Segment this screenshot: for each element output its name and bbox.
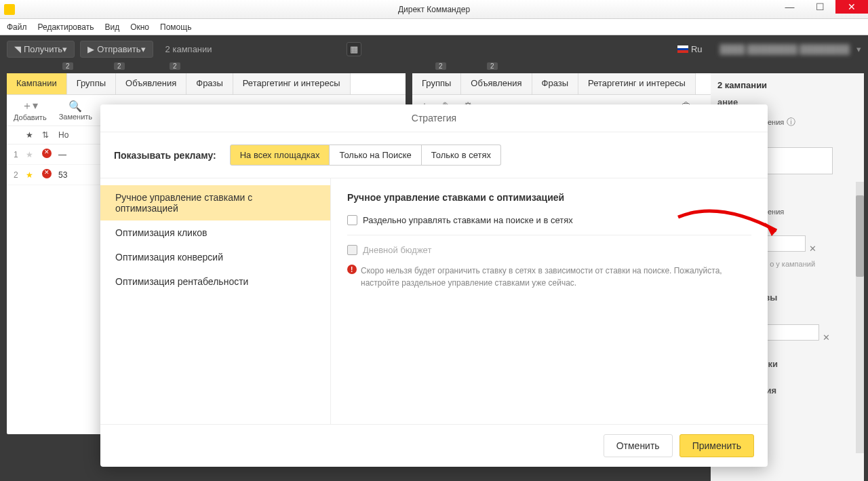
tab-groups[interactable]: Группы: [412, 73, 461, 94]
checkbox-icon: [347, 245, 357, 255]
strategy-roi[interactable]: Оптимизация рентабельности: [100, 269, 330, 294]
window-controls: — ☐ ✕: [774, 0, 868, 18]
plus-icon: ＋▾: [22, 99, 38, 113]
divider: [347, 235, 751, 235]
main-toolbar: ◥ Получить ▾ ▶ Отправить ▾ 2 кампании ▦ …: [0, 35, 868, 62]
status-icon: [42, 169, 58, 180]
placement-networks[interactable]: Только в сетях: [422, 145, 501, 166]
strategy-conversions[interactable]: Оптимизация конверсий: [100, 245, 330, 269]
titlebar: Директ Коммандер — ☐ ✕: [0, 0, 868, 19]
window-title: Директ Коммандер: [398, 5, 470, 14]
placement-segmented: На всех площадках Только на Поиске Тольк…: [230, 145, 501, 166]
modal-body: Ручное управление ставками с оптимизацие…: [100, 178, 768, 424]
tab-phrases[interactable]: Фразы: [532, 73, 579, 94]
warning-icon: [347, 265, 357, 274]
flag-icon: [677, 45, 688, 53]
menu-bar: Файл Редактировать Вид Окно Помощь: [0, 19, 868, 35]
tab-retarget[interactable]: Ретаргетинг и интересы: [233, 73, 351, 94]
tab-campaigns[interactable]: Кампании: [7, 73, 67, 94]
modal-footer: Отменить Применить: [100, 424, 768, 467]
show-ads-label: Показывать рекламу:: [114, 150, 216, 161]
tab-retarget[interactable]: Ретаргетинг и интересы: [578, 73, 696, 94]
get-button[interactable]: ◥ Получить ▾: [7, 41, 75, 58]
badge-row: 2 2 2: [7, 62, 406, 73]
strategy-list: Ручное управление ставками с оптимизацие…: [100, 178, 331, 424]
placement-all[interactable]: На всех площадках: [230, 145, 330, 166]
search-icon: 🔍: [68, 100, 82, 113]
checkbox-icon[interactable]: [347, 215, 357, 225]
star-icon[interactable]: ★: [26, 150, 42, 159]
replace-button[interactable]: 🔍Заменить: [59, 100, 92, 121]
clear-icon[interactable]: ✕: [806, 244, 819, 254]
tab-phrases[interactable]: Фразы: [186, 73, 233, 94]
strategy-content: Ручное управление ставками с оптимизацие…: [331, 178, 768, 424]
mid-tabs: Группы Объявления Фразы Ретаргетинг и ин…: [412, 73, 711, 95]
warning-message: Скоро нельзя будет ограничить ставку в с…: [347, 265, 751, 289]
tab-ads[interactable]: Объявления: [116, 73, 186, 94]
status-icon: [42, 149, 58, 160]
cancel-button[interactable]: Отменить: [604, 434, 673, 457]
add-button[interactable]: ＋▾Добавить: [14, 99, 47, 121]
language-selector[interactable]: Ru: [677, 44, 703, 54]
send-button[interactable]: ▶ Отправить ▾: [80, 41, 153, 58]
strategy-clicks[interactable]: Оптимизация кликов: [100, 220, 330, 245]
strategy-modal: Стратегия Показывать рекламу: На всех пл…: [100, 104, 768, 467]
right-header: 2 кампании: [717, 80, 857, 90]
separate-bids-row[interactable]: Раздельно управлять ставками на поиске и…: [347, 215, 751, 225]
col-name: Но: [58, 130, 68, 140]
star-icon[interactable]: ★: [26, 170, 42, 180]
modal-placements: Показывать рекламу: На всех площадках То…: [100, 132, 768, 178]
badge-row: 2 2: [412, 62, 711, 73]
close-button[interactable]: ✕: [835, 0, 868, 14]
tab-groups[interactable]: Группы: [67, 73, 116, 94]
menu-help[interactable]: Помощь: [160, 22, 191, 32]
campaigns-count: 2 кампании: [165, 44, 212, 54]
menu-view[interactable]: Вид: [104, 22, 119, 32]
minimize-button[interactable]: —: [774, 0, 805, 14]
strategy-manual[interactable]: Ручное управление ставками с оптимизацие…: [100, 185, 330, 220]
menu-edit[interactable]: Редактировать: [38, 22, 94, 32]
scrollbar[interactable]: [856, 182, 864, 453]
help-icon[interactable]: ⓘ: [787, 117, 795, 127]
strategy-heading: Ручное управление ставками с оптимизацие…: [347, 192, 751, 203]
tab-ads[interactable]: Объявления: [461, 73, 532, 94]
maximize-button[interactable]: ☐: [805, 0, 835, 14]
menu-file[interactable]: Файл: [7, 22, 27, 32]
menu-window[interactable]: Окно: [130, 22, 149, 32]
apply-button[interactable]: Применить: [679, 434, 754, 457]
account-info: ████ ████████ ████████: [720, 44, 850, 54]
modal-title: Стратегия: [100, 104, 768, 132]
app-icon: [4, 4, 15, 15]
placement-search[interactable]: Только на Поиске: [330, 145, 421, 166]
left-tabs: Кампании Группы Объявления Фразы Ретарге…: [7, 73, 406, 95]
clear-icon[interactable]: ✕: [819, 332, 833, 343]
daily-budget-row: Дневной бюджет: [347, 245, 751, 255]
